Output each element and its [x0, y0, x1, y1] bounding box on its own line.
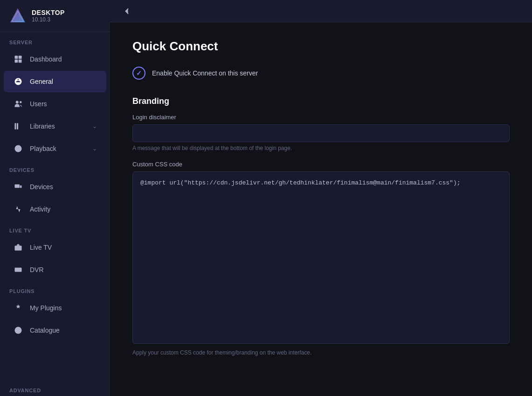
sidebar: DESKTOP 10.10.3 Server Dashboard General…: [0, 0, 110, 396]
svg-rect-4: [15, 60, 18, 63]
sidebar-item-libraries-label: Libraries: [30, 123, 86, 130]
dvr-icon: [13, 265, 23, 275]
svg-rect-2: [15, 56, 18, 59]
checkmark-icon: ✓: [136, 69, 142, 77]
chevron-down-icon: ⌄: [92, 123, 97, 130]
app-logo: [9, 7, 26, 24]
login-disclaimer-label: Login disclaimer: [132, 114, 510, 121]
quick-connect-label: Enable Quick Connect on this server: [152, 69, 258, 77]
sidebar-item-catalogue[interactable]: Catalogue: [4, 320, 106, 341]
livetv-icon: [13, 242, 23, 253]
sidebar-header: DESKTOP 10.10.3: [0, 0, 110, 32]
custom-css-textarea[interactable]: [132, 171, 510, 344]
sidebar-item-devices[interactable]: Devices: [4, 176, 106, 198]
sidebar-item-users-label: Users: [30, 100, 97, 108]
svg-rect-13: [20, 185, 22, 188]
sidebar-item-general-label: General: [30, 78, 97, 85]
page-title: Quick Connect: [132, 39, 510, 54]
sidebar-item-myplugins-label: My Plugins: [30, 304, 97, 312]
sidebar-item-dashboard[interactable]: Dashboard: [4, 48, 106, 70]
livetv-section-label: Live TV: [0, 220, 110, 236]
sidebar-item-devices-label: Devices: [30, 183, 97, 191]
svg-point-16: [16, 269, 18, 271]
app-info: DESKTOP 10.10.3: [32, 9, 65, 23]
app-version: 10.10.3: [32, 16, 65, 23]
sidebar-item-general[interactable]: General: [4, 71, 106, 92]
back-button[interactable]: [119, 4, 134, 19]
quick-connect-checkbox[interactable]: ✓: [132, 67, 145, 80]
activity-icon: [13, 204, 23, 214]
sidebar-item-catalogue-label: Catalogue: [30, 327, 97, 334]
topbar: [110, 0, 532, 22]
svg-rect-9: [17, 123, 18, 130]
sidebar-item-libraries[interactable]: Libraries ⌄: [4, 116, 106, 137]
general-icon: [13, 76, 23, 87]
devices-section-label: Devices: [0, 160, 110, 176]
sidebar-item-activity-label: Activity: [30, 205, 97, 213]
svg-point-7: [20, 101, 22, 103]
login-disclaimer-input[interactable]: [132, 124, 510, 142]
devices-icon: [13, 182, 23, 192]
libraries-icon: [13, 121, 23, 131]
app-name: DESKTOP: [32, 9, 65, 16]
svg-rect-15: [15, 268, 22, 272]
sidebar-item-playback-label: Playback: [30, 145, 86, 152]
quick-connect-toggle: ✓ Enable Quick Connect on this server: [132, 67, 510, 80]
chevron-down-icon-2: ⌄: [92, 145, 97, 152]
main-content: Quick Connect ✓ Enable Quick Connect on …: [110, 0, 532, 396]
sidebar-item-livetv-label: Live TV: [30, 244, 97, 251]
login-disclaimer-hint: A message that will be displayed at the …: [132, 145, 510, 151]
sidebar-item-livetv[interactable]: Live TV: [4, 237, 106, 258]
plugins-section-label: Plugins: [0, 281, 110, 297]
svg-rect-5: [19, 60, 22, 63]
svg-rect-14: [15, 246, 22, 251]
svg-rect-8: [15, 123, 16, 130]
svg-point-6: [16, 101, 19, 103]
svg-rect-3: [19, 56, 22, 59]
dashboard-icon: [13, 54, 23, 64]
plugins-icon: [13, 303, 23, 313]
users-icon: [13, 99, 23, 109]
svg-rect-12: [15, 184, 20, 188]
branding-title: Branding: [132, 96, 510, 106]
catalogue-icon: [13, 325, 23, 335]
sidebar-item-users[interactable]: Users: [4, 93, 106, 115]
custom-css-label: Custom CSS code: [132, 161, 510, 168]
sidebar-item-dashboard-label: Dashboard: [30, 55, 97, 63]
server-section-label: Server: [0, 32, 110, 48]
custom-css-hint: Apply your custom CSS code for theming/b…: [132, 349, 510, 356]
advanced-section-label: Advanced: [0, 380, 110, 396]
sidebar-item-activity[interactable]: Activity: [4, 198, 106, 220]
sidebar-item-playback[interactable]: Playback ⌄: [4, 138, 106, 159]
content-area: Quick Connect ✓ Enable Quick Connect on …: [110, 22, 532, 396]
sidebar-item-dvr[interactable]: DVR: [4, 259, 106, 280]
playback-icon: [13, 143, 23, 154]
sidebar-item-dvr-label: DVR: [30, 266, 97, 273]
sidebar-item-myplugins[interactable]: My Plugins: [4, 297, 106, 319]
